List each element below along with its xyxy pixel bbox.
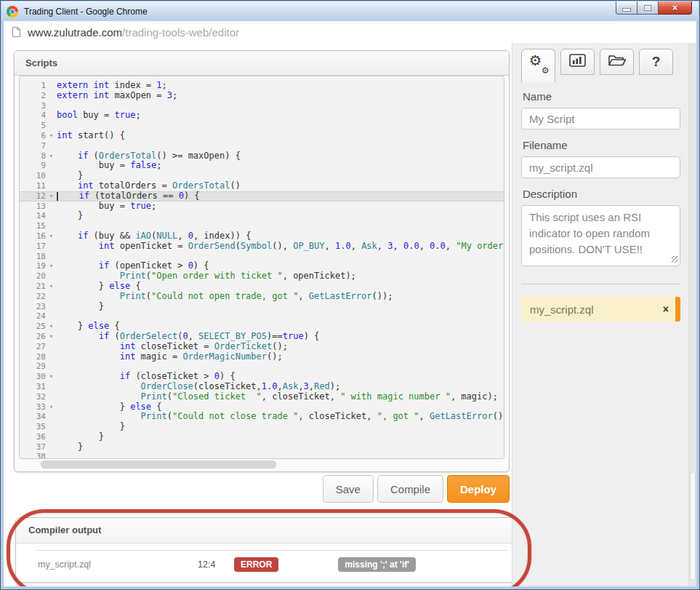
tab-settings[interactable]: ⚙ ⚙ xyxy=(521,49,555,82)
sidebar-scrollbar-track[interactable] xyxy=(688,43,696,586)
fold-arrow-icon[interactable] xyxy=(46,392,57,402)
fold-arrow-icon[interactable]: ▾ xyxy=(46,261,57,271)
tab-files[interactable] xyxy=(600,49,634,75)
code-line[interactable]: 19▾ if (openTicket > 0) { xyxy=(20,261,504,271)
name-input[interactable] xyxy=(521,108,680,129)
close-file-icon[interactable]: × xyxy=(663,303,680,315)
fold-arrow-icon[interactable] xyxy=(46,91,57,101)
fold-arrow-icon[interactable] xyxy=(46,252,57,262)
address-bar[interactable]: www.zulutrade.com/trading-tools-web/edit… xyxy=(4,21,696,44)
sidebar-scrollbar-thumb[interactable] xyxy=(690,471,696,581)
fold-arrow-icon[interactable] xyxy=(46,302,57,312)
filename-input[interactable] xyxy=(521,156,680,178)
fold-arrow-icon[interactable] xyxy=(46,412,57,422)
fold-arrow-icon[interactable] xyxy=(46,141,57,151)
code-line[interactable]: 7 xyxy=(20,141,504,151)
fold-arrow-icon[interactable]: ▾ xyxy=(46,322,57,332)
open-file-tag[interactable]: my_script.zql × xyxy=(521,297,680,322)
fold-arrow-icon[interactable] xyxy=(46,211,57,221)
deploy-button[interactable]: Deploy xyxy=(447,475,510,503)
tab-statistics[interactable] xyxy=(560,49,595,75)
code-line[interactable]: 36 } xyxy=(20,432,504,442)
code-line[interactable]: 26▾ if (OrderSelect(0, SELECT_BY_POS)==t… xyxy=(20,332,504,342)
maximize-button[interactable] xyxy=(637,1,659,15)
code-line[interactable]: 32 Print("Closed ticket ", closeTicket, … xyxy=(20,392,504,402)
code-line[interactable]: 11 int totalOrders = OrdersTotal() xyxy=(20,181,504,191)
window-controls: × xyxy=(616,1,692,15)
code-line[interactable]: 3 xyxy=(20,101,504,111)
fold-arrow-icon[interactable] xyxy=(46,342,57,352)
fold-arrow-icon[interactable] xyxy=(46,242,57,252)
code-line[interactable]: 16▾ if (buy && iAO(NULL, 0, index)) { xyxy=(20,231,504,242)
code-line[interactable]: 13 buy = true; xyxy=(20,202,504,212)
fold-arrow-icon[interactable] xyxy=(46,442,57,453)
fold-arrow-icon[interactable] xyxy=(46,111,57,121)
fold-arrow-icon[interactable] xyxy=(46,161,57,171)
code-line[interactable]: 37 } xyxy=(20,442,504,453)
fold-arrow-icon[interactable] xyxy=(46,362,57,372)
code-line[interactable]: 14 } xyxy=(20,211,504,221)
fold-arrow-icon[interactable] xyxy=(46,181,57,191)
code-line[interactable]: 35 } xyxy=(20,422,504,432)
description-textarea[interactable]: This script uses an RSI indicator to ope… xyxy=(521,205,680,266)
code-line[interactable]: 1extern int index = 1; xyxy=(20,81,504,91)
code-line[interactable]: 22 Print("Could not open trade, got ", G… xyxy=(20,292,504,302)
save-button[interactable]: Save xyxy=(323,475,374,503)
fold-arrow-icon[interactable]: ▾ xyxy=(46,191,57,202)
code-line[interactable]: 38 xyxy=(20,452,504,459)
code-line[interactable]: 23 } xyxy=(20,302,504,312)
fold-arrow-icon[interactable] xyxy=(46,221,57,231)
code-area[interactable]: 1extern int index = 1;2extern int maxOpe… xyxy=(19,76,504,459)
code-line[interactable]: 8▾ if (OrdersTotal() >= maxOpen) { xyxy=(20,151,504,162)
code-line[interactable]: 10 } xyxy=(20,171,504,181)
fold-arrow-icon[interactable]: ▾ xyxy=(46,282,57,292)
code-line[interactable]: 2extern int maxOpen = 3; xyxy=(20,91,504,101)
fold-arrow-icon[interactable] xyxy=(46,202,57,212)
code-line[interactable]: 33▾ } else { xyxy=(20,402,504,412)
fold-arrow-icon[interactable] xyxy=(46,452,57,459)
fold-arrow-icon[interactable] xyxy=(46,432,57,442)
fold-arrow-icon[interactable] xyxy=(46,352,57,362)
code-line[interactable]: 12▾ if (totalOrders == 0) { xyxy=(20,191,504,202)
code-line[interactable]: 30▾ if (closeTicket > 0) { xyxy=(20,372,504,382)
compiler-rows: my_script.zql12:4ERRORmissing ';' at 'if… xyxy=(16,557,518,572)
fold-arrow-icon[interactable] xyxy=(46,121,57,131)
code-line[interactable]: 9 buy = false; xyxy=(20,161,504,171)
code-line[interactable]: 6▾int start() { xyxy=(20,131,504,141)
fold-arrow-icon[interactable] xyxy=(46,422,57,432)
code-line[interactable]: 24 xyxy=(20,311,504,322)
code-line[interactable]: 5 xyxy=(20,121,504,131)
code-line[interactable]: 31 OrderClose(closeTicket,1.0,Ask,3,Red)… xyxy=(20,382,504,392)
code-line[interactable]: 34 Print("Could not close trade ", close… xyxy=(20,412,504,422)
code-line[interactable]: 29 xyxy=(20,362,504,372)
tab-help[interactable]: ? xyxy=(639,49,673,75)
code-line[interactable]: 4bool buy = true; xyxy=(20,111,504,121)
close-button[interactable]: × xyxy=(659,1,692,15)
code-line[interactable]: 15 xyxy=(20,221,504,231)
fold-arrow-icon[interactable] xyxy=(46,171,57,181)
fold-arrow-icon[interactable]: ▾ xyxy=(46,131,57,141)
fold-arrow-icon[interactable]: ▾ xyxy=(46,151,57,162)
fold-arrow-icon[interactable] xyxy=(46,311,57,322)
open-file-name: my_script.zql xyxy=(530,303,594,316)
code-line[interactable]: 17 int openTicket = OrderSend(Symbol(), … xyxy=(20,242,504,252)
fold-arrow-icon[interactable]: ▾ xyxy=(46,372,57,382)
fold-arrow-icon[interactable]: ▾ xyxy=(46,332,57,342)
code-line[interactable]: 18 xyxy=(20,252,504,262)
minimize-button[interactable] xyxy=(616,1,637,15)
fold-arrow-icon[interactable]: ▾ xyxy=(46,402,57,412)
code-line[interactable]: 21▾ } else { xyxy=(20,282,504,292)
compile-button[interactable]: Compile xyxy=(377,475,443,503)
fold-arrow-icon[interactable] xyxy=(46,81,57,91)
fold-arrow-icon[interactable] xyxy=(46,101,57,111)
code-line[interactable]: 20 Print("Open order with ticket ", open… xyxy=(20,271,504,282)
fold-arrow-icon[interactable] xyxy=(46,292,57,302)
fold-arrow-icon[interactable] xyxy=(46,271,57,282)
code-line[interactable]: 25▾ } else { xyxy=(20,322,504,332)
horizontal-scrollbar-thumb[interactable] xyxy=(41,461,276,469)
fold-arrow-icon[interactable]: ▾ xyxy=(46,231,57,242)
code-line[interactable]: 28 int magic = OrderMagicNumber(); xyxy=(20,352,504,362)
fold-arrow-icon[interactable] xyxy=(46,382,57,392)
url-text[interactable]: www.zulutrade.com/trading-tools-web/edit… xyxy=(28,26,239,39)
code-line[interactable]: 27 int closeTicket = OrderTicket(); xyxy=(20,342,504,352)
